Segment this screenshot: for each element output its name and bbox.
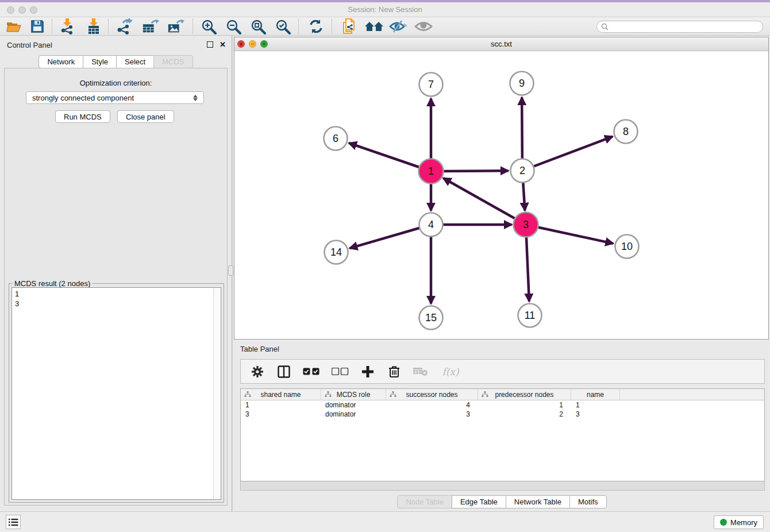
table-horizontal-scrollbar[interactable]	[240, 481, 765, 491]
graph-edge-2-8[interactable]	[522, 137, 613, 171]
cell-mcds-role[interactable]: dominator	[321, 400, 386, 410]
search-input[interactable]	[611, 22, 763, 32]
toolbar-separator	[298, 19, 299, 34]
unselect-all-columns-icon[interactable]	[330, 363, 350, 380]
main-toolbar	[0, 17, 770, 36]
close-panel-icon[interactable]: ✕	[220, 41, 226, 48]
node-table[interactable]: shared name MCDS role successor nodes pr…	[240, 388, 765, 481]
tab-network-table[interactable]: Network Table	[506, 495, 570, 508]
memory-button[interactable]: Memory	[714, 515, 764, 529]
memory-status-icon	[720, 519, 727, 526]
column-type-icon	[244, 391, 251, 398]
toolbar-separator	[332, 19, 332, 34]
home-view-icon[interactable]	[364, 18, 384, 34]
zoom-selected-icon[interactable]	[274, 18, 291, 34]
close-panel-button[interactable]: Close panel	[117, 110, 174, 123]
graph-edge-3-10[interactable]	[526, 225, 613, 244]
graph-node-label-15: 15	[425, 312, 437, 323]
search-icon	[601, 23, 609, 30]
zoom-fit-icon[interactable]	[249, 18, 267, 34]
split-panel-icon[interactable]	[275, 363, 292, 380]
cell-successor-nodes[interactable]: 4	[386, 400, 478, 410]
column-header-successor-nodes[interactable]: successor nodes	[386, 389, 478, 400]
graph-edge-4-14[interactable]	[350, 225, 431, 248]
result-scrollbar[interactable]	[213, 288, 221, 499]
cell-shared-name[interactable]: 1	[241, 400, 321, 410]
refresh-icon[interactable]	[307, 18, 325, 34]
open-folder-icon[interactable]	[5, 18, 22, 34]
network-canvas[interactable]: 7968124314101511	[234, 51, 768, 339]
column-type-icon	[325, 391, 332, 398]
task-history-button[interactable]	[6, 515, 21, 529]
cell-mcds-role[interactable]: dominator	[321, 410, 386, 419]
function-builder-icon[interactable]: f(x)	[438, 363, 463, 380]
export-image-icon[interactable]	[167, 18, 184, 34]
show-graphics-icon[interactable]	[414, 18, 433, 34]
table-toolbar: f(x)	[240, 359, 765, 384]
tab-style[interactable]: Style	[83, 55, 117, 68]
delete-columns-icon[interactable]	[386, 363, 403, 380]
network-window-titlebar[interactable]: x – + scc.txt	[234, 37, 768, 51]
graph-node-label-10: 10	[621, 241, 633, 252]
mcds-result-lines: 13	[15, 289, 211, 309]
control-panel-title: Control Panel	[7, 41, 52, 49]
toolbar-separator	[52, 19, 52, 34]
import-table-icon[interactable]	[85, 18, 102, 34]
graph-node-label-1: 1	[428, 165, 434, 177]
optimization-criterion-select[interactable]: strongly connected component	[26, 91, 204, 104]
control-panel: Control Panel ✕ Network Style Select MCD…	[0, 36, 232, 511]
table-row[interactable]: 3 dominator 3 2 3	[241, 410, 764, 419]
zoom-out-icon[interactable]	[225, 18, 242, 34]
memory-label: Memory	[730, 518, 757, 527]
delete-table-icon[interactable]	[412, 363, 429, 380]
column-header-filler	[620, 389, 764, 400]
tab-select[interactable]: Select	[116, 55, 154, 68]
table-panel-title: Table Panel	[240, 345, 279, 353]
table-panel: Table Panel ✕ f(x)	[234, 340, 770, 511]
search-box[interactable]	[596, 21, 763, 33]
graph-edges[interactable]	[349, 97, 613, 303]
column-header-shared-name[interactable]: shared name	[241, 389, 321, 400]
control-panel-tabs: Network Style Select MCDS	[0, 55, 232, 68]
mcds-result-area[interactable]: 13	[11, 287, 221, 500]
table-settings-icon[interactable]	[249, 363, 266, 380]
titlebar: Session: New Session	[0, 2, 770, 17]
network-graph[interactable]: 7968124314101511	[234, 51, 768, 339]
graph-node-label-7: 7	[428, 79, 434, 90]
cell-shared-name[interactable]: 3	[241, 410, 321, 419]
hide-graphics-icon[interactable]	[388, 18, 408, 34]
add-column-icon[interactable]	[359, 363, 376, 380]
column-header-name[interactable]: name	[571, 389, 620, 400]
duplicate-network-icon[interactable]	[340, 18, 357, 34]
tab-edge-table[interactable]: Edge Table	[452, 495, 506, 508]
graph-node-label-14: 14	[330, 246, 342, 258]
export-network-icon[interactable]	[116, 18, 133, 34]
graph-edge-3-1[interactable]	[443, 178, 526, 225]
tab-network[interactable]: Network	[38, 55, 83, 68]
save-session-icon[interactable]	[29, 18, 46, 34]
tab-node-table[interactable]: Node Table	[397, 495, 452, 508]
cell-name[interactable]: 1	[571, 400, 620, 410]
cell-predecessor-nodes[interactable]: 1	[478, 400, 571, 410]
zoom-in-icon[interactable]	[200, 18, 217, 34]
cell-name[interactable]: 3	[571, 410, 620, 419]
column-header-mcds-role[interactable]: MCDS role	[321, 389, 386, 400]
tab-mcds[interactable]: MCDS	[153, 55, 192, 68]
optimization-criterion-value: strongly connected component	[32, 94, 134, 102]
select-arrows-icon	[193, 95, 198, 101]
graph-node-label-2: 2	[519, 165, 525, 176]
run-mcds-button[interactable]: Run MCDS	[55, 110, 110, 123]
export-table-icon[interactable]	[142, 18, 159, 34]
table-row[interactable]: 1 dominator 4 1 1	[241, 400, 764, 410]
column-header-predecessor-nodes[interactable]: predecessor nodes	[478, 389, 571, 400]
float-panel-icon[interactable]	[207, 41, 213, 48]
mcds-result-group: MCDS result (2 nodes) 13	[9, 283, 224, 503]
import-network-icon[interactable]	[59, 18, 76, 34]
splitter-grip[interactable]	[228, 265, 233, 276]
cell-predecessor-nodes[interactable]: 2	[478, 410, 571, 419]
select-all-columns-icon[interactable]	[302, 363, 321, 380]
tab-motifs[interactable]: Motifs	[569, 495, 607, 508]
graph-node-label-6: 6	[333, 133, 338, 144]
graph-node-label-9: 9	[519, 78, 525, 89]
cell-successor-nodes[interactable]: 3	[386, 410, 478, 419]
